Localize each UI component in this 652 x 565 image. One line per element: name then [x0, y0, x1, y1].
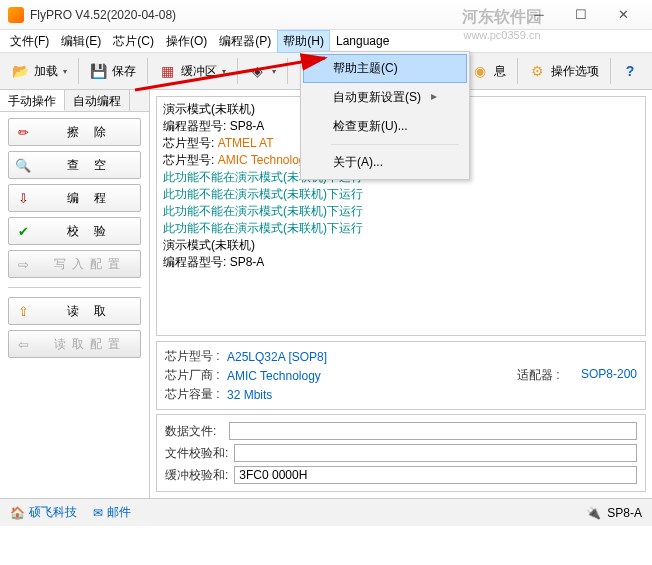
blank-button[interactable]: 🔍查 空	[8, 151, 141, 179]
auto-update-settings-item[interactable]: 自动更新设置(S)▸	[303, 83, 467, 112]
help-dropdown: 帮助主题(C) 自动更新设置(S)▸ 检查更新(U)... 关于(A)...	[300, 51, 470, 180]
program-button[interactable]: ⇩编 程	[8, 184, 141, 212]
filecrc-label: 文件校验和:	[165, 445, 228, 462]
writecfg-icon: ⇨	[15, 256, 31, 272]
file-info-box: 数据文件: 文件校验和: 缓冲校验和:	[156, 414, 646, 492]
bufcrc-label: 缓冲校验和:	[165, 467, 228, 484]
readcfg-icon: ⇦	[15, 336, 31, 352]
help-topic-item[interactable]: 帮助主题(C)	[303, 54, 467, 83]
verify-button[interactable]: ✔校 验	[8, 217, 141, 245]
about-item[interactable]: 关于(A)...	[303, 148, 467, 177]
adapter-value: SOP8-200	[581, 367, 637, 384]
menu-operation[interactable]: 操作(O)	[160, 30, 213, 53]
maximize-button[interactable]: ☐	[560, 2, 602, 28]
window-title: FlyPRO V4.52(2020-04-08)	[30, 8, 518, 22]
status-device: 🔌SP8-A	[586, 506, 642, 520]
company-link[interactable]: 🏠硕飞科技	[10, 504, 77, 521]
menu-help[interactable]: 帮助(H)	[277, 30, 330, 53]
menubar: 文件(F) 编辑(E) 芯片(C) 操作(O) 编程器(P) 帮助(H) Lan…	[0, 30, 652, 52]
log-line: 演示模式(未联机)	[163, 237, 639, 254]
chip-icon: ◈	[247, 61, 267, 81]
menu-file[interactable]: 文件(F)	[4, 30, 55, 53]
left-pane: 手动操作 自动编程 ✏擦 除🔍查 空⇩编 程✔校 验⇨写入配置⇧读 取⇦读取配置	[0, 90, 150, 498]
chip-action-button[interactable]: ◈▾	[241, 57, 282, 85]
verify-icon: ✔	[15, 223, 31, 239]
adapter-label: 适配器 :	[517, 367, 575, 384]
app-icon	[8, 7, 24, 23]
chip-model-value: A25LQ32A [SOP8]	[227, 350, 327, 364]
blank-icon: 🔍	[15, 157, 31, 173]
writecfg-label: 写入配置	[39, 256, 134, 273]
device-icon: 🔌	[586, 506, 601, 520]
toolbar-separator	[517, 58, 518, 84]
datafile-input[interactable]	[229, 422, 637, 440]
datafile-label: 数据文件:	[165, 423, 223, 440]
check-update-item[interactable]: 检查更新(U)...	[303, 112, 467, 141]
bufcrc-input[interactable]	[234, 466, 637, 484]
options-button[interactable]: ⚙操作选项	[521, 57, 605, 85]
chip-info-box: 芯片型号 :A25LQ32A [SOP8] 芯片厂商 :AMIC Technol…	[156, 341, 646, 410]
log-line: 此功能不能在演示模式(未联机)下运行	[163, 186, 639, 203]
folder-open-icon: 📂	[10, 61, 30, 81]
toolbar-separator	[237, 58, 238, 84]
read-button[interactable]: ⇧读 取	[8, 297, 141, 325]
buffer-button[interactable]: ▦缓冲区▾	[151, 57, 232, 85]
button-separator	[8, 287, 141, 288]
log-line: 此功能不能在演示模式(未联机)下运行	[163, 203, 639, 220]
chip-vendor-label: 芯片厂商 :	[165, 367, 223, 384]
save-button[interactable]: 💾保存	[82, 57, 142, 85]
log-line: 编程器型号: SP8-A	[163, 254, 639, 271]
home-icon: 🏠	[10, 506, 25, 520]
menu-programmer[interactable]: 编程器(P)	[213, 30, 277, 53]
submenu-arrow-icon: ▸	[431, 89, 437, 106]
writecfg-button: ⇨写入配置	[8, 250, 141, 278]
erase-label: 擦 除	[39, 124, 134, 141]
toolbar-separator	[610, 58, 611, 84]
menu-edit[interactable]: 编辑(E)	[55, 30, 107, 53]
toolbar-separator	[78, 58, 79, 84]
filecrc-input[interactable]	[234, 444, 637, 462]
read-label: 读 取	[39, 303, 134, 320]
chip-vendor-value: AMIC Technology	[227, 369, 321, 383]
floppy-icon: 💾	[88, 61, 108, 81]
readcfg-label: 读取配置	[39, 336, 134, 353]
op-tabs: 手动操作 自动编程	[0, 90, 149, 112]
toolbar-separator	[147, 58, 148, 84]
toolbar-separator	[287, 58, 288, 84]
gear-icon: ⚙	[527, 61, 547, 81]
log-line: 此功能不能在演示模式(未联机)下运行	[163, 220, 639, 237]
erase-button[interactable]: ✏擦 除	[8, 118, 141, 146]
tab-manual[interactable]: 手动操作	[0, 90, 65, 111]
load-button[interactable]: 📂加载▾	[4, 57, 73, 85]
chip-model-label: 芯片型号 :	[165, 348, 223, 365]
read-icon: ⇧	[15, 303, 31, 319]
menu-separator	[331, 144, 459, 145]
help-toolbar-button[interactable]: ?	[614, 57, 646, 85]
readcfg-button: ⇦读取配置	[8, 330, 141, 358]
menu-language[interactable]: Language	[330, 31, 395, 51]
op-button-column: ✏擦 除🔍查 空⇩编 程✔校 验⇨写入配置⇧读 取⇦读取配置	[0, 112, 149, 364]
info-button[interactable]: ◉息	[464, 57, 512, 85]
grid-icon: ▦	[157, 61, 177, 81]
program-icon: ⇩	[15, 190, 31, 206]
tab-auto[interactable]: 自动编程	[65, 90, 130, 111]
chip-capacity-value: 32 Mbits	[227, 388, 272, 402]
program-label: 编 程	[39, 190, 134, 207]
info-icon: ◉	[470, 61, 490, 81]
minimize-button[interactable]: ─	[518, 2, 560, 28]
close-button[interactable]: ✕	[602, 2, 644, 28]
verify-label: 校 验	[39, 223, 134, 240]
question-icon: ?	[620, 61, 640, 81]
email-link[interactable]: ✉邮件	[93, 504, 131, 521]
chip-capacity-label: 芯片容量 :	[165, 386, 223, 403]
mail-icon: ✉	[93, 506, 103, 520]
menu-chip[interactable]: 芯片(C)	[107, 30, 160, 53]
statusbar: 🏠硕飞科技 ✉邮件 🔌SP8-A	[0, 498, 652, 526]
titlebar: FlyPRO V4.52(2020-04-08) ─ ☐ ✕	[0, 0, 652, 30]
blank-label: 查 空	[39, 157, 134, 174]
erase-icon: ✏	[15, 124, 31, 140]
